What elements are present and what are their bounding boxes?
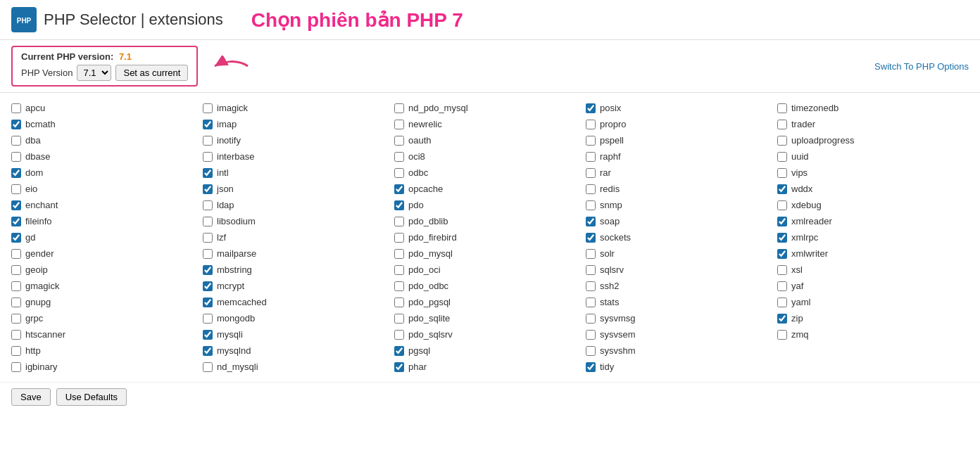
ext-checkbox-timezonedb[interactable] [777, 103, 787, 113]
ext-checkbox-geoip[interactable] [11, 265, 21, 275]
ext-item: igbinary [11, 360, 203, 373]
ext-checkbox-mbstring[interactable] [203, 265, 213, 275]
ext-checkbox-mysqlnd[interactable] [203, 346, 213, 356]
ext-checkbox-ldap[interactable] [203, 200, 213, 210]
save-button[interactable]: Save [11, 388, 51, 406]
version-select[interactable]: 7.1 7.0 5.6 5.5 [77, 65, 111, 81]
ext-checkbox-uuid[interactable] [777, 152, 787, 162]
ext-checkbox-wddx[interactable] [777, 184, 787, 194]
ext-checkbox-pdo_odbc[interactable] [394, 281, 404, 291]
ext-checkbox-igbinary[interactable] [11, 362, 21, 372]
switch-to-php-options-link[interactable]: Switch To PHP Options [874, 61, 969, 72]
ext-checkbox-dbase[interactable] [11, 152, 21, 162]
ext-checkbox-memcached[interactable] [203, 298, 213, 307]
ext-checkbox-gender[interactable] [11, 249, 21, 259]
ext-checkbox-mailparse[interactable] [203, 249, 213, 259]
ext-checkbox-intl[interactable] [203, 168, 213, 178]
current-version-label: Current PHP version: [21, 51, 113, 62]
use-defaults-button[interactable]: Use Defaults [56, 388, 127, 406]
ext-checkbox-soap[interactable] [586, 217, 596, 226]
ext-checkbox-sysvmsg[interactable] [586, 314, 596, 324]
ext-checkbox-json[interactable] [203, 184, 213, 194]
ext-checkbox-stats[interactable] [586, 298, 596, 307]
ext-checkbox-ssh2[interactable] [586, 281, 596, 291]
ext-checkbox-nd_pdo_mysql[interactable] [394, 103, 404, 113]
ext-checkbox-gmagick[interactable] [11, 281, 21, 291]
ext-checkbox-mcrypt[interactable] [203, 281, 213, 291]
ext-checkbox-pdo_sqlite[interactable] [394, 314, 404, 324]
ext-checkbox-pspell[interactable] [586, 136, 596, 146]
ext-checkbox-pdo_oci[interactable] [394, 265, 404, 275]
ext-item: mysqlnd [203, 344, 394, 357]
ext-checkbox-zmq[interactable] [777, 330, 787, 340]
ext-label-grpc: grpc [25, 313, 43, 324]
ext-checkbox-tidy[interactable] [586, 362, 596, 372]
ext-checkbox-pdo_firebird[interactable] [394, 233, 404, 243]
ext-item: pspell [586, 134, 777, 147]
ext-checkbox-pgsql[interactable] [394, 346, 404, 356]
ext-checkbox-imap[interactable] [203, 120, 213, 129]
ext-checkbox-interbase[interactable] [203, 152, 213, 162]
set-current-button[interactable]: Set as current [115, 65, 188, 81]
ext-checkbox-zip[interactable] [777, 314, 787, 324]
ext-checkbox-dom[interactable] [11, 168, 21, 178]
ext-checkbox-lzf[interactable] [203, 233, 213, 243]
ext-checkbox-trader[interactable] [777, 120, 787, 129]
ext-checkbox-propro[interactable] [586, 120, 596, 129]
ext-checkbox-yaml[interactable] [777, 298, 787, 307]
ext-checkbox-nd_mysqli[interactable] [203, 362, 213, 372]
ext-checkbox-yaf[interactable] [777, 281, 787, 291]
ext-checkbox-gd[interactable] [11, 233, 21, 243]
ext-checkbox-apcu[interactable] [11, 103, 21, 113]
ext-label-newrelic: newrelic [408, 119, 442, 129]
ext-item: nd_mysqli [203, 360, 394, 373]
ext-checkbox-pdo_mysql[interactable] [394, 249, 404, 259]
ext-item: json [203, 182, 394, 196]
ext-checkbox-oauth[interactable] [394, 136, 404, 146]
ext-checkbox-sysvsem[interactable] [586, 330, 596, 340]
ext-checkbox-redis[interactable] [586, 184, 596, 194]
ext-checkbox-newrelic[interactable] [394, 120, 404, 129]
ext-checkbox-rar[interactable] [586, 168, 596, 178]
ext-checkbox-pdo_sqlsrv[interactable] [394, 330, 404, 340]
ext-checkbox-raphf[interactable] [586, 152, 596, 162]
ext-checkbox-grpc[interactable] [11, 314, 21, 324]
ext-checkbox-htscanner[interactable] [11, 330, 21, 340]
ext-checkbox-http[interactable] [11, 346, 21, 356]
ext-checkbox-sqlsrv[interactable] [586, 265, 596, 275]
ext-checkbox-oci8[interactable] [394, 152, 404, 162]
ext-checkbox-sysvshm[interactable] [586, 346, 596, 356]
ext-checkbox-xdebug[interactable] [777, 200, 787, 210]
ext-checkbox-enchant[interactable] [11, 200, 21, 210]
svg-text:PHP: PHP [17, 17, 32, 25]
ext-checkbox-pdo_pgsql[interactable] [394, 298, 404, 307]
ext-checkbox-pdo[interactable] [394, 200, 404, 210]
ext-checkbox-pdo_dblib[interactable] [394, 217, 404, 226]
ext-checkbox-imagick[interactable] [203, 103, 213, 113]
ext-checkbox-sockets[interactable] [586, 233, 596, 243]
ext-checkbox-mysqli[interactable] [203, 330, 213, 340]
ext-checkbox-dba[interactable] [11, 136, 21, 146]
ext-checkbox-odbc[interactable] [394, 168, 404, 178]
ext-checkbox-fileinfo[interactable] [11, 217, 21, 226]
ext-checkbox-posix[interactable] [586, 103, 596, 113]
ext-checkbox-uploadprogress[interactable] [777, 136, 787, 146]
ext-checkbox-xmlrpc[interactable] [777, 233, 787, 243]
ext-checkbox-phar[interactable] [394, 362, 404, 372]
ext-checkbox-opcache[interactable] [394, 184, 404, 194]
ext-checkbox-xmlreader[interactable] [777, 217, 787, 226]
ext-checkbox-bcmath[interactable] [11, 120, 21, 129]
ext-checkbox-xmlwriter[interactable] [777, 249, 787, 259]
ext-checkbox-libsodium[interactable] [203, 217, 213, 226]
ext-label-pdo_mysql: pdo_mysql [408, 248, 453, 259]
ext-checkbox-inotify[interactable] [203, 136, 213, 146]
ext-checkbox-gnupg[interactable] [11, 298, 21, 307]
ext-checkbox-snmp[interactable] [586, 200, 596, 210]
ext-checkbox-mongodb[interactable] [203, 314, 213, 324]
ext-item: mongodb [203, 312, 394, 325]
ext-item: pdo_mysql [394, 247, 586, 260]
ext-checkbox-solr[interactable] [586, 249, 596, 259]
ext-checkbox-eio[interactable] [11, 184, 21, 194]
ext-checkbox-vips[interactable] [777, 168, 787, 178]
ext-checkbox-xsl[interactable] [777, 265, 787, 275]
